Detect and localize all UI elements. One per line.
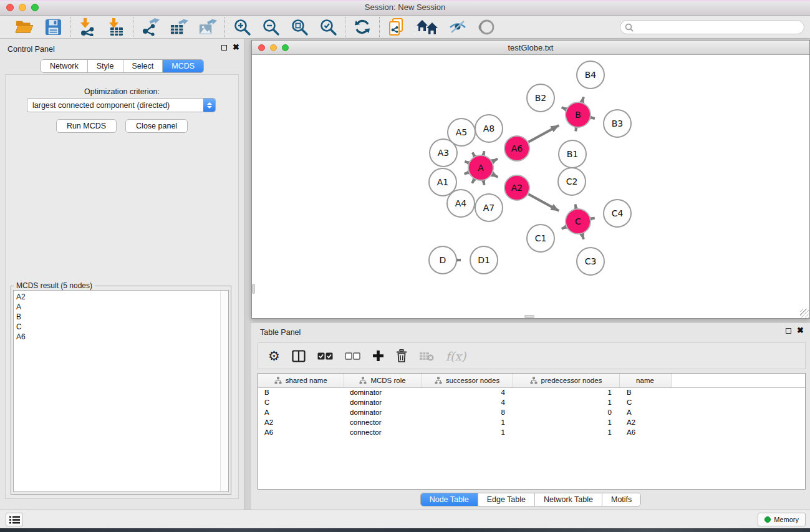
zoom-fit-icon[interactable] [290, 17, 309, 36]
open-session-icon[interactable] [15, 17, 34, 36]
mcds-result-list[interactable]: A2ABCA6 [13, 290, 229, 492]
table-row[interactable]: A6connector11A6 [258, 427, 805, 437]
hide-eye-icon[interactable] [448, 17, 467, 36]
graph-edge-A-A3[interactable] [465, 162, 468, 163]
graph-edge-A2-C[interactable] [528, 194, 559, 211]
graph-node-B1[interactable]: B1 [559, 140, 586, 168]
graph-node-B2[interactable]: B2 [527, 84, 554, 112]
tab-network[interactable]: Network [41, 60, 88, 72]
export-network-icon[interactable] [141, 17, 160, 36]
graph-edge-C-C2[interactable] [576, 205, 576, 209]
column-header-predecessor-nodes[interactable]: predecessor nodes [513, 374, 619, 387]
refresh-icon[interactable] [353, 17, 372, 36]
deselect-all-icon[interactable] [345, 348, 360, 364]
tab-network-table[interactable]: Network Table [535, 493, 602, 506]
horizontal-scroll-nub[interactable] [524, 315, 534, 318]
delete-column-trash-icon[interactable] [396, 348, 407, 364]
column-header-name[interactable]: name [619, 374, 671, 387]
tab-style[interactable]: Style [88, 60, 123, 72]
graph-edge-B-B4[interactable] [582, 97, 584, 102]
table-row[interactable]: Adominator80A [258, 407, 805, 417]
gear-icon[interactable]: ⚙ [268, 348, 280, 364]
run-mcds-button[interactable]: Run MCDS [56, 119, 117, 133]
export-table-icon[interactable] [170, 17, 188, 36]
import-table-icon[interactable] [107, 17, 125, 36]
graph-node-A7[interactable]: A7 [475, 194, 503, 221]
export-image-icon[interactable] [198, 17, 217, 36]
save-session-icon[interactable] [44, 17, 62, 36]
zoom-in-icon[interactable] [233, 17, 251, 36]
close-panel-icon[interactable]: ✖ [233, 44, 239, 51]
column-header-MCDS-role[interactable]: MCDS role [344, 374, 422, 387]
add-column-icon[interactable] [372, 348, 384, 364]
result-list-scrollbar[interactable] [220, 291, 228, 491]
memory-button[interactable]: Memory [758, 513, 806, 526]
zoom-selected-icon[interactable] [319, 17, 337, 36]
mcds-result-item[interactable]: C [16, 322, 228, 332]
optimization-dropdown[interactable]: largest connected component (directed) [27, 98, 216, 112]
mcds-result-item[interactable]: A6 [16, 332, 228, 342]
graph-edge-A-A6[interactable] [493, 158, 498, 162]
tab-mcds[interactable]: MCDS [163, 60, 203, 72]
float-panel-icon[interactable] [221, 45, 227, 51]
tab-node-table[interactable]: Node Table [421, 493, 478, 506]
table-row[interactable]: Cdominator41C [258, 397, 805, 407]
graph-edge-B-B3[interactable] [591, 118, 594, 118]
mcds-result-item[interactable]: A2 [16, 292, 228, 302]
table-float-panel-icon[interactable] [786, 328, 791, 334]
graph-node-B[interactable]: B [566, 102, 591, 127]
select-all-icon[interactable] [317, 348, 333, 364]
graph-edge-B-B2[interactable] [562, 107, 566, 109]
graph-node-A[interactable]: A [468, 155, 493, 180]
close-panel-button[interactable]: Close panel [125, 119, 188, 133]
graph-node-C[interactable]: C [566, 209, 591, 234]
clone-network-icon[interactable] [387, 17, 406, 36]
table-row[interactable]: A2connector11A2 [258, 417, 805, 427]
graph-edge-A-A5[interactable] [473, 153, 475, 157]
network-window-titlebar[interactable]: testGlobe.txt [252, 41, 809, 55]
tab-select[interactable]: Select [123, 60, 163, 72]
graph-node-C2[interactable]: C2 [558, 168, 586, 195]
graph-node-C1[interactable]: C1 [527, 225, 554, 252]
column-header-successor-nodes[interactable]: successor nodes [422, 374, 513, 387]
tab-motifs[interactable]: Motifs [602, 493, 640, 506]
graph-node-D[interactable]: D [429, 246, 456, 274]
graph-node-B3[interactable]: B3 [604, 110, 631, 137]
search-field[interactable] [620, 20, 804, 34]
graph-edge-A-A4[interactable] [472, 179, 475, 183]
import-network-icon[interactable] [78, 17, 97, 36]
graph-node-A1[interactable]: A1 [429, 168, 456, 196]
graph-node-D1[interactable]: D1 [470, 246, 498, 274]
status-list-button[interactable] [6, 513, 23, 526]
zoom-out-icon[interactable] [261, 17, 280, 36]
graph-edge-A-A8[interactable] [483, 151, 484, 155]
graph-node-A6[interactable]: A6 [504, 136, 529, 161]
search-input[interactable] [634, 22, 804, 33]
show-eye-icon[interactable] [477, 17, 496, 36]
tab-edge-table[interactable]: Edge Table [478, 493, 535, 506]
column-header-shared-name[interactable]: shared name [258, 374, 344, 387]
graph-edge-C-C1[interactable] [562, 227, 566, 229]
graph-node-A8[interactable]: A8 [475, 115, 503, 142]
graph-edge-C-C3[interactable] [582, 234, 584, 239]
window-resize-grip[interactable] [800, 309, 809, 317]
mcds-result-item[interactable]: A [16, 302, 228, 312]
graph-edge-A-A1[interactable] [465, 172, 469, 174]
mcds-result-item[interactable]: B [16, 312, 228, 322]
graph-node-B4[interactable]: B4 [577, 61, 604, 89]
graph-edge-A6-B[interactable] [528, 125, 559, 142]
graph-node-A2[interactable]: A2 [504, 175, 529, 200]
home-icon[interactable] [416, 17, 438, 36]
graph-edge-A-A7[interactable] [483, 181, 484, 185]
graph-edge-A-A2[interactable] [492, 174, 498, 177]
split-view-icon[interactable] [292, 348, 306, 364]
dropdown-stepper-icon[interactable] [203, 99, 215, 112]
graph-node-A3[interactable]: A3 [430, 139, 457, 167]
graph-node-C4[interactable]: C4 [604, 200, 631, 227]
table-row[interactable]: Bdominator41B [258, 387, 805, 397]
graph-node-A4[interactable]: A4 [447, 190, 475, 217]
network-canvas[interactable]: B4B2BB3B1C2A5A8A3A6AA1A2A4A7CC4C1C3DD1 [252, 55, 809, 318]
vertical-scroll-nub[interactable] [252, 284, 255, 294]
graph-edge-C-C4[interactable] [591, 218, 595, 218]
table-close-panel-icon[interactable]: ✖ [797, 327, 804, 334]
